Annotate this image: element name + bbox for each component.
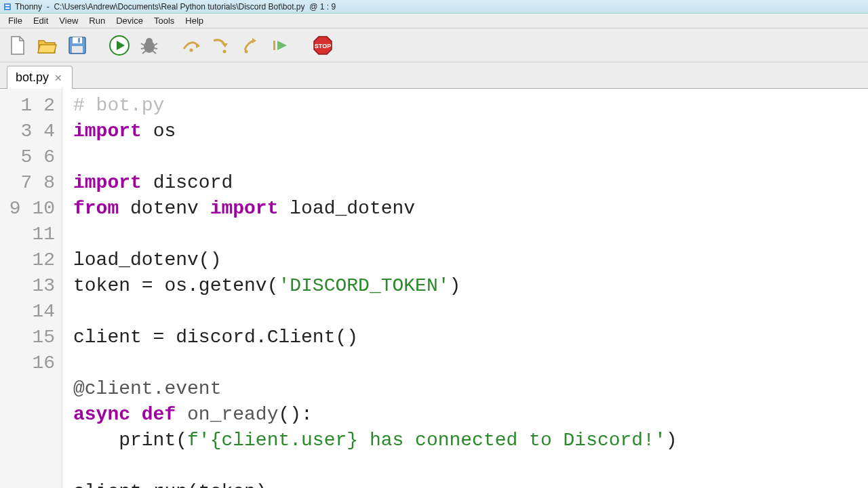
svg-line-15 — [153, 51, 156, 54]
menu-run[interactable]: Run — [83, 14, 111, 27]
menu-file[interactable]: File — [3, 14, 28, 27]
svg-rect-19 — [273, 41, 275, 50]
step-out-button[interactable] — [239, 33, 263, 58]
save-file-button[interactable] — [65, 33, 90, 58]
tab-label: bot.py — [16, 70, 49, 85]
svg-line-11 — [154, 43, 157, 45]
svg-line-12 — [141, 48, 144, 49]
resume-button[interactable] — [269, 33, 293, 58]
svg-line-14 — [142, 51, 146, 54]
run-button[interactable] — [107, 33, 132, 58]
svg-rect-0 — [4, 3, 11, 10]
svg-point-9 — [146, 38, 153, 45]
step-into-button[interactable] — [209, 33, 233, 58]
step-over-button[interactable] — [179, 33, 203, 58]
close-icon[interactable]: ✕ — [53, 73, 64, 83]
svg-line-13 — [154, 48, 157, 49]
line-gutter: 1 2 3 4 5 6 7 8 9 10 11 12 13 14 15 16 — [0, 89, 62, 488]
menu-edit[interactable]: Edit — [28, 14, 54, 27]
editor[interactable]: 1 2 3 4 5 6 7 8 9 10 11 12 13 14 15 16 #… — [0, 88, 868, 488]
menu-help[interactable]: Help — [180, 14, 209, 27]
svg-line-10 — [141, 43, 144, 45]
menu-view[interactable]: View — [54, 14, 83, 27]
menu-device[interactable]: Device — [111, 14, 149, 27]
svg-rect-5 — [78, 38, 80, 43]
tab-row: bot.py ✕ — [0, 62, 868, 88]
svg-rect-2 — [5, 7, 9, 9]
stop-button[interactable]: STOP — [311, 33, 335, 58]
svg-point-17 — [223, 49, 226, 53]
open-file-button[interactable] — [35, 33, 60, 58]
toolbar: STOP — [0, 28, 868, 62]
svg-rect-1 — [5, 5, 9, 6]
menubar: FileEditViewRunDeviceToolsHelp — [0, 14, 868, 28]
tab-botpy[interactable]: bot.py ✕ — [7, 66, 73, 89]
svg-point-18 — [245, 49, 248, 53]
new-file-button[interactable] — [5, 33, 30, 58]
app-icon — [3, 2, 12, 12]
menu-tools[interactable]: Tools — [149, 14, 180, 27]
svg-rect-6 — [72, 46, 83, 53]
title-text: Thonny - C:\Users\Andrew\Documents\Real … — [15, 2, 336, 12]
svg-rect-4 — [73, 37, 82, 43]
code-area[interactable]: # bot.py import os import discord from d… — [62, 89, 677, 488]
svg-text:STOP: STOP — [315, 43, 331, 49]
svg-point-16 — [190, 48, 193, 52]
debug-button[interactable] — [137, 33, 161, 58]
titlebar: Thonny - C:\Users\Andrew\Documents\Real … — [0, 0, 868, 14]
